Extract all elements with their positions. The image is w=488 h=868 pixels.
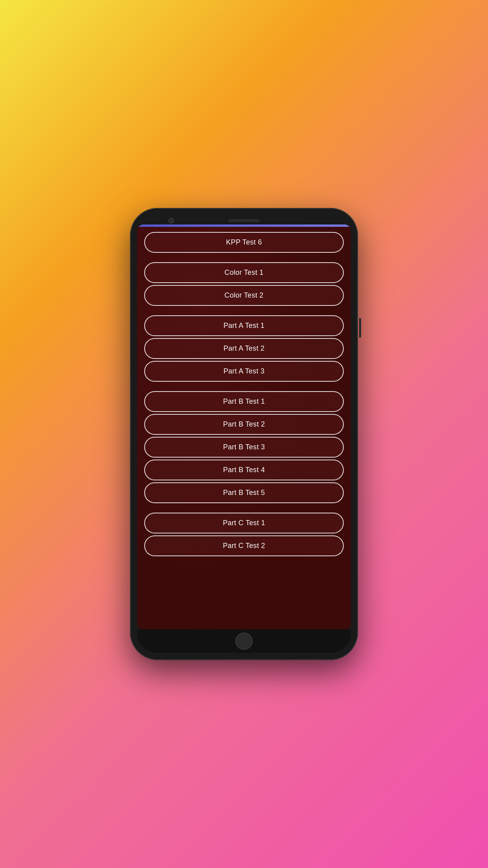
phone-frame: KPP Test 6Color Test 1Color Test 2Part A… xyxy=(130,208,358,660)
group-spacer-3 xyxy=(144,505,344,511)
test-button-4[interactable]: Part A Test 1 xyxy=(144,315,344,336)
test-button-6[interactable]: Part A Test 3 xyxy=(144,361,344,382)
camera-lens xyxy=(169,218,174,223)
test-button-8[interactable]: Part B Test 2 xyxy=(144,414,344,435)
test-button-7[interactable]: Part B Test 1 xyxy=(144,391,344,412)
group-spacer-1 xyxy=(144,308,344,313)
test-button-10[interactable]: Part B Test 4 xyxy=(144,460,344,480)
test-button-1[interactable]: KPP Test 6 xyxy=(144,232,344,253)
screen-content: KPP Test 6Color Test 1Color Test 2Part A… xyxy=(137,227,351,629)
phone-screen: KPP Test 6Color Test 1Color Test 2Part A… xyxy=(137,224,351,629)
group-spacer-2 xyxy=(144,384,344,389)
test-button-9[interactable]: Part B Test 3 xyxy=(144,437,344,458)
phone-bottom xyxy=(137,629,351,653)
speaker-grille xyxy=(228,219,260,222)
group-spacer-0 xyxy=(144,255,344,260)
side-button xyxy=(359,318,361,338)
test-button-12[interactable]: Part C Test 1 xyxy=(144,513,344,533)
test-button-11[interactable]: Part B Test 5 xyxy=(144,482,344,503)
home-button[interactable] xyxy=(235,633,253,650)
test-button-5[interactable]: Part A Test 2 xyxy=(144,338,344,359)
test-button-2[interactable]: Color Test 1 xyxy=(144,262,344,283)
test-button-13[interactable]: Part C Test 2 xyxy=(144,535,344,556)
test-button-3[interactable]: Color Test 2 xyxy=(144,285,344,306)
phone-top-bar xyxy=(137,215,351,224)
